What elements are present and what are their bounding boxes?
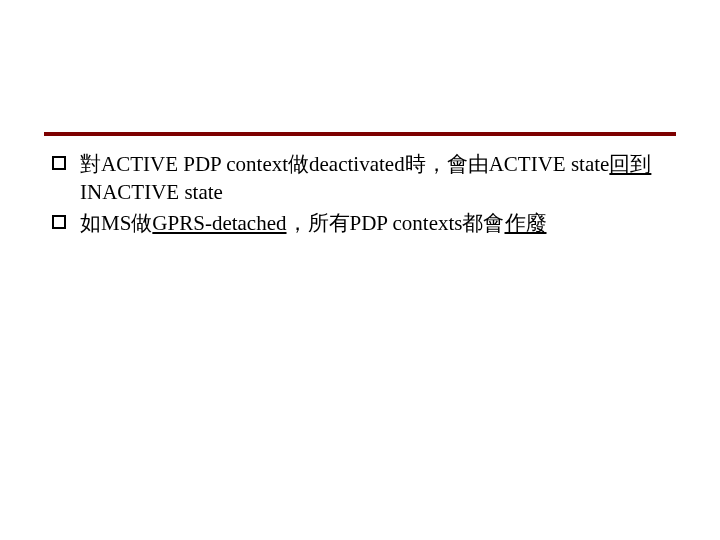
list-item-text: 如MS做GPRS-detached，所有PDP contexts都會作廢 xyxy=(80,209,668,237)
content-area: 對ACTIVE PDP context做deactivated時，會由ACTIV… xyxy=(52,150,668,239)
square-bullet-icon xyxy=(52,156,66,170)
square-bullet-icon xyxy=(52,215,66,229)
list-item: 對ACTIVE PDP context做deactivated時，會由ACTIV… xyxy=(52,150,668,207)
slide-content: 對ACTIVE PDP context做deactivated時，會由ACTIV… xyxy=(0,0,720,540)
title-divider xyxy=(44,132,676,136)
list-item: 如MS做GPRS-detached，所有PDP contexts都會作廢 xyxy=(52,209,668,237)
list-item-text: 對ACTIVE PDP context做deactivated時，會由ACTIV… xyxy=(80,150,668,207)
